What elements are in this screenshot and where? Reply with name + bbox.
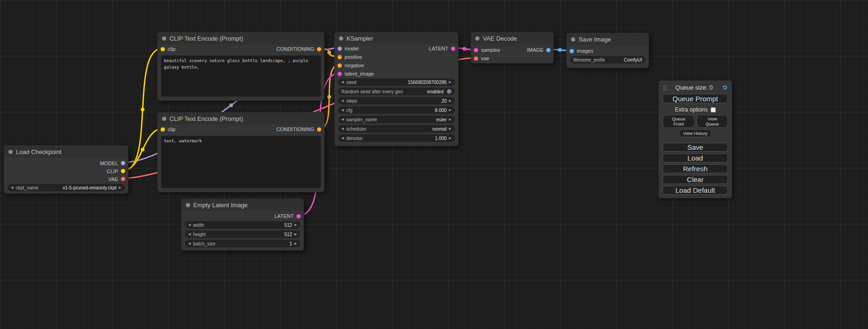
negative-prompt-textarea[interactable]: text, watermark xyxy=(161,136,321,188)
output-slot-vae[interactable] xyxy=(121,177,125,181)
input-slot-clip[interactable] xyxy=(161,127,165,132)
decrement-arrow-icon[interactable]: ◀ xyxy=(341,81,344,84)
widget-seed[interactable]: ◀ seed 156680208700286 ▶ xyxy=(338,78,455,86)
increment-arrow-icon[interactable]: ▶ xyxy=(449,99,452,103)
input-slot-negative[interactable] xyxy=(338,63,342,68)
extra-options-checkbox[interactable] xyxy=(711,107,716,112)
node-ksampler[interactable]: KSampler model LATENT positive xyxy=(334,32,459,146)
output-label-image: IMAGE xyxy=(527,47,543,53)
widget-ckpt-name[interactable]: ◀ ckpt_name v1-5-pruned-emaonly.ckpt ▶ xyxy=(7,184,125,191)
widget-steps[interactable]: ◀ steps 20 ▶ xyxy=(338,97,455,105)
increment-arrow-icon[interactable]: ▶ xyxy=(449,127,452,131)
view-history-button[interactable]: View History xyxy=(679,129,712,137)
widget-value: v1-5-pruned-emaonly.ckpt xyxy=(63,185,116,190)
output-label-clip: CLIP xyxy=(107,168,118,174)
output-label-conditioning: CONDITIONING xyxy=(276,46,314,52)
node-vae-decode[interactable]: VAE Decode samples IMAGE vae xyxy=(471,32,554,63)
node-header[interactable]: Empty Latent Image xyxy=(182,199,303,211)
decrement-arrow-icon[interactable]: ◀ xyxy=(188,233,191,236)
drag-handle-icon[interactable]: ⣿ xyxy=(663,84,667,91)
input-slot-latent-image[interactable] xyxy=(338,72,342,76)
node-graph-canvas[interactable]: Load Checkpoint MODEL CLIP VAE xyxy=(0,0,868,329)
input-slot-model[interactable] xyxy=(338,47,342,51)
decrement-arrow-icon[interactable]: ◀ xyxy=(341,127,344,131)
node-load-checkpoint[interactable]: Load Checkpoint MODEL CLIP VAE xyxy=(4,145,128,194)
decrement-arrow-icon[interactable]: ◀ xyxy=(341,99,344,103)
increment-arrow-icon[interactable]: ▶ xyxy=(295,224,297,227)
input-slot-images[interactable] xyxy=(570,49,574,53)
decrement-arrow-icon[interactable]: ◀ xyxy=(341,118,344,121)
node-header[interactable]: KSampler xyxy=(335,32,458,44)
collapse-dot-icon[interactable] xyxy=(571,37,575,42)
node-empty-latent-image[interactable]: Empty Latent Image LATENT ◀ width 512 ▶ … xyxy=(181,198,304,251)
node-clip-text-encode-positive[interactable]: CLIP Text Encode (Prompt) clip CONDITION… xyxy=(157,32,325,101)
output-slot-conditioning[interactable] xyxy=(317,127,321,132)
input-slot-positive[interactable] xyxy=(338,55,342,59)
collapse-dot-icon[interactable] xyxy=(475,36,480,41)
clear-button[interactable]: Clear xyxy=(663,175,728,184)
widget-name: steps xyxy=(346,98,357,104)
node-title: CLIP Text Encode (Prompt) xyxy=(169,115,243,122)
collapse-dot-icon[interactable] xyxy=(8,150,13,154)
output-label-latent: LATENT xyxy=(275,213,294,219)
collapse-dot-icon[interactable] xyxy=(339,36,343,41)
node-title: KSampler xyxy=(346,35,373,42)
output-slot-clip[interactable] xyxy=(121,169,125,173)
refresh-button[interactable]: Refresh xyxy=(663,164,728,173)
input-slot-clip[interactable] xyxy=(161,47,165,51)
output-slot-latent[interactable] xyxy=(451,47,455,51)
widget-seed-control[interactable]: Random seed after every gen enabled xyxy=(338,88,455,95)
widget-scheduler[interactable]: ◀ scheduler normal ▶ xyxy=(338,125,455,133)
widget-name: batch_size xyxy=(193,241,215,246)
node-header[interactable]: CLIP Text Encode (Prompt) xyxy=(158,112,324,125)
increment-arrow-icon[interactable]: ▶ xyxy=(119,186,121,189)
collapse-dot-icon[interactable] xyxy=(186,203,190,207)
decrement-arrow-icon[interactable]: ◀ xyxy=(188,242,191,245)
output-slot-conditioning[interactable] xyxy=(317,47,321,51)
queue-prompt-button[interactable]: Queue Prompt xyxy=(663,94,728,103)
node-clip-text-encode-negative[interactable]: CLIP Text Encode (Prompt) clip CONDITION… xyxy=(157,112,325,192)
node-header[interactable]: Load Checkpoint xyxy=(4,146,128,158)
collapse-dot-icon[interactable] xyxy=(162,36,166,41)
input-slot-samples[interactable] xyxy=(474,48,478,52)
increment-arrow-icon[interactable]: ▶ xyxy=(295,242,297,245)
output-slot-image[interactable] xyxy=(546,48,550,52)
collapse-dot-icon[interactable] xyxy=(162,117,166,121)
positive-prompt-textarea[interactable]: beautiful scenery nature glass bottle la… xyxy=(161,56,321,97)
output-slot-latent[interactable] xyxy=(296,214,301,218)
output-slot-model[interactable] xyxy=(121,161,125,165)
node-header[interactable]: CLIP Text Encode (Prompt) xyxy=(158,32,324,44)
increment-arrow-icon[interactable]: ▶ xyxy=(449,81,452,84)
widget-width[interactable]: ◀ width 512 ▶ xyxy=(185,221,300,229)
view-queue-button[interactable]: View Queue xyxy=(697,115,728,128)
widget-cfg[interactable]: ◀ cfg 8.000 ▶ xyxy=(338,106,455,114)
extra-options-label: Extra options xyxy=(675,106,707,113)
input-label-clip: clip xyxy=(168,46,176,52)
increment-arrow-icon[interactable]: ▶ xyxy=(449,109,452,112)
decrement-arrow-icon[interactable]: ◀ xyxy=(188,224,191,227)
increment-arrow-icon[interactable]: ▶ xyxy=(449,118,452,121)
settings-gear-icon[interactable] xyxy=(721,84,728,91)
decrement-arrow-icon[interactable]: ◀ xyxy=(11,186,13,189)
save-button[interactable]: Save xyxy=(663,143,728,152)
load-button[interactable]: Load xyxy=(663,154,728,162)
widget-denoise[interactable]: ◀ denoise 1.000 ▶ xyxy=(338,134,455,142)
widget-value: ComfyUI xyxy=(624,57,642,63)
widget-filename-prefix[interactable]: filename_prefix ComfyUI xyxy=(570,56,645,63)
node-header[interactable]: VAE Decode xyxy=(471,32,553,44)
input-slot-vae[interactable] xyxy=(474,56,478,61)
queue-front-button[interactable]: Queue Front xyxy=(663,115,695,128)
widget-batch-size[interactable]: ◀ batch_size 1 ▶ xyxy=(185,240,300,247)
widget-height[interactable]: ◀ height 512 ▶ xyxy=(185,231,300,238)
increment-arrow-icon[interactable]: ▶ xyxy=(295,233,297,236)
decrement-arrow-icon[interactable]: ◀ xyxy=(341,137,344,140)
decrement-arrow-icon[interactable]: ◀ xyxy=(341,109,344,112)
node-header[interactable]: Save Image xyxy=(567,33,649,45)
increment-arrow-icon[interactable]: ▶ xyxy=(449,137,452,140)
toggle-dot-icon[interactable] xyxy=(447,89,452,94)
node-save-image[interactable]: Save Image images filename_prefix ComfyU… xyxy=(566,33,649,68)
load-default-button[interactable]: Load Default xyxy=(663,186,728,195)
input-label-clip: clip xyxy=(168,126,176,132)
node-title: CLIP Text Encode (Prompt) xyxy=(169,35,243,42)
widget-sampler-name[interactable]: ◀ sampler_name euler ▶ xyxy=(338,116,455,123)
